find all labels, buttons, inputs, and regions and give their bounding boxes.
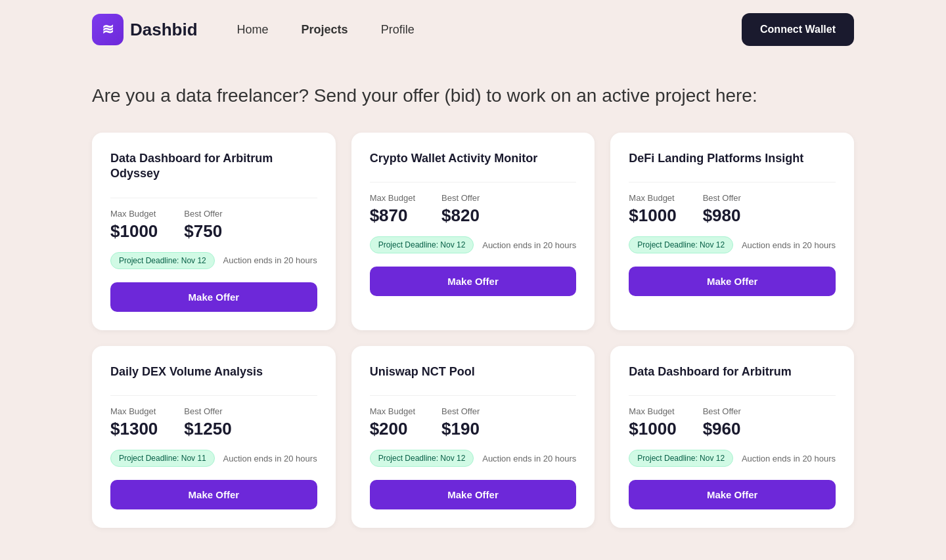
deadline-badge-5: Project Deadline: Nov 12 bbox=[629, 450, 733, 467]
project-card-5: Data Dashboard for Arbitrum Max Budget $… bbox=[610, 346, 854, 528]
header: ≋ Dashbid Home Projects Profile Connect … bbox=[0, 0, 946, 59]
make-offer-button-2[interactable]: Make Offer bbox=[629, 267, 836, 296]
best-offer-0: Best Offer $750 bbox=[184, 209, 222, 242]
project-title-2: DeFi Landing Platforms Insight bbox=[629, 151, 836, 166]
page-tagline: Are you a data freelancer? Send your off… bbox=[92, 85, 854, 106]
nav-profile[interactable]: Profile bbox=[381, 23, 415, 37]
project-title-0: Data Dashboard for Arbitrum Odyssey bbox=[110, 151, 317, 182]
budget-row-1: Max Budget $870 Best Offer $820 bbox=[370, 193, 577, 226]
logo-text: Dashbid bbox=[130, 20, 198, 40]
budget-row-0: Max Budget $1000 Best Offer $750 bbox=[110, 209, 317, 242]
card-footer-2: Project Deadline: Nov 12 Auction ends in… bbox=[629, 236, 836, 253]
project-card-3: Daily DEX Volume Analysis Max Budget $13… bbox=[92, 346, 336, 528]
budget-row-4: Max Budget $200 Best Offer $190 bbox=[370, 406, 577, 439]
auction-text-4: Auction ends in 20 hours bbox=[482, 454, 576, 463]
logo-icon: ≋ bbox=[92, 14, 124, 45]
max-budget-0: Max Budget $1000 bbox=[110, 209, 158, 242]
project-title-4: Uniswap NCT Pool bbox=[370, 364, 577, 379]
deadline-badge-0: Project Deadline: Nov 12 bbox=[110, 252, 215, 269]
project-card-1: Crypto Wallet Activity Monitor Max Budge… bbox=[351, 133, 595, 330]
best-offer-2: Best Offer $980 bbox=[703, 193, 741, 226]
deadline-badge-4: Project Deadline: Nov 12 bbox=[370, 450, 474, 467]
make-offer-button-5[interactable]: Make Offer bbox=[629, 480, 836, 509]
auction-text-2: Auction ends in 20 hours bbox=[742, 240, 836, 250]
auction-text-1: Auction ends in 20 hours bbox=[482, 240, 576, 250]
card-footer-5: Project Deadline: Nov 12 Auction ends in… bbox=[629, 450, 836, 467]
logo-area: ≋ Dashbid bbox=[92, 14, 198, 45]
best-offer-1: Best Offer $820 bbox=[441, 193, 480, 226]
nav-home[interactable]: Home bbox=[237, 23, 269, 37]
card-footer-0: Project Deadline: Nov 12 Auction ends in… bbox=[110, 252, 317, 269]
project-card-2: DeFi Landing Platforms Insight Max Budge… bbox=[610, 133, 854, 330]
make-offer-button-3[interactable]: Make Offer bbox=[110, 480, 317, 509]
project-card-4: Uniswap NCT Pool Max Budget $200 Best Of… bbox=[351, 346, 595, 528]
deadline-badge-2: Project Deadline: Nov 12 bbox=[629, 236, 733, 253]
best-offer-5: Best Offer $960 bbox=[703, 406, 741, 439]
max-budget-1: Max Budget $870 bbox=[370, 193, 415, 226]
auction-text-0: Auction ends in 20 hours bbox=[223, 255, 317, 265]
nav-projects[interactable]: Projects bbox=[302, 23, 348, 37]
make-offer-button-4[interactable]: Make Offer bbox=[370, 480, 577, 509]
nav: Home Projects Profile bbox=[237, 23, 742, 37]
auction-text-3: Auction ends in 20 hours bbox=[223, 454, 317, 463]
card-footer-4: Project Deadline: Nov 12 Auction ends in… bbox=[370, 450, 577, 467]
project-title-1: Crypto Wallet Activity Monitor bbox=[370, 151, 577, 166]
projects-grid: Data Dashboard for Arbitrum Odyssey Max … bbox=[92, 133, 854, 528]
max-budget-2: Max Budget $1000 bbox=[629, 193, 676, 226]
deadline-badge-1: Project Deadline: Nov 12 bbox=[370, 236, 474, 253]
max-budget-4: Max Budget $200 bbox=[370, 406, 415, 439]
connect-wallet-button[interactable]: Connect Wallet bbox=[742, 13, 854, 46]
project-card-0: Data Dashboard for Arbitrum Odyssey Max … bbox=[92, 133, 336, 330]
main-content: Are you a data freelancer? Send your off… bbox=[0, 59, 946, 554]
project-title-5: Data Dashboard for Arbitrum bbox=[629, 364, 836, 379]
best-offer-4: Best Offer $190 bbox=[441, 406, 480, 439]
max-budget-3: Max Budget $1300 bbox=[110, 406, 158, 439]
deadline-badge-3: Project Deadline: Nov 11 bbox=[110, 450, 215, 467]
project-title-3: Daily DEX Volume Analysis bbox=[110, 364, 317, 379]
budget-row-5: Max Budget $1000 Best Offer $960 bbox=[629, 406, 836, 439]
best-offer-3: Best Offer $1250 bbox=[184, 406, 231, 439]
auction-text-5: Auction ends in 20 hours bbox=[742, 454, 836, 463]
card-footer-1: Project Deadline: Nov 12 Auction ends in… bbox=[370, 236, 577, 253]
make-offer-button-1[interactable]: Make Offer bbox=[370, 267, 577, 296]
budget-row-3: Max Budget $1300 Best Offer $1250 bbox=[110, 406, 317, 439]
max-budget-5: Max Budget $1000 bbox=[629, 406, 676, 439]
make-offer-button-0[interactable]: Make Offer bbox=[110, 282, 317, 312]
card-footer-3: Project Deadline: Nov 11 Auction ends in… bbox=[110, 450, 317, 467]
budget-row-2: Max Budget $1000 Best Offer $980 bbox=[629, 193, 836, 226]
